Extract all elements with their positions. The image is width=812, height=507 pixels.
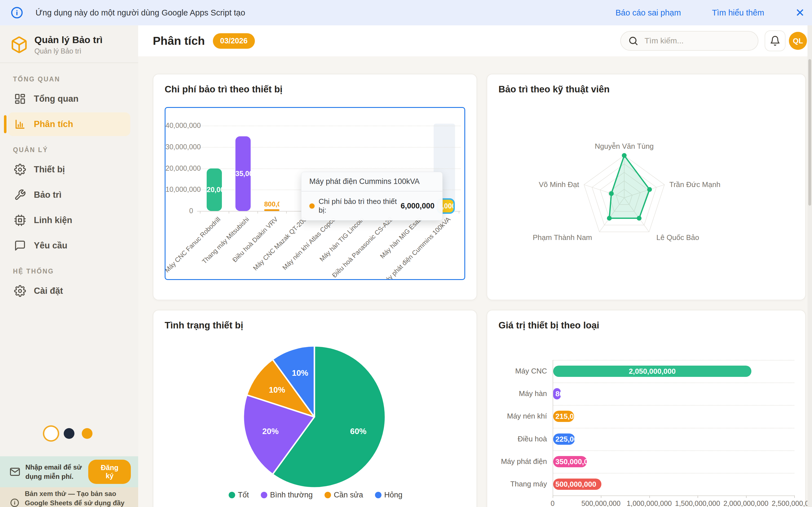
legend-item-Hỏng[interactable]: Hỏng [375,491,403,499]
gridline [553,496,794,496]
gridline [197,126,460,126]
sidebar-item-tong-quan[interactable]: Tổng quan [8,87,130,111]
legend-item-Tốt[interactable]: Tốt [229,491,249,499]
learn-more-link[interactable]: Tìm hiểu thêm [712,8,764,17]
category-label: Máy hàn [489,389,547,398]
x-axis-category-label: Máy nén khí Atlas Copco [281,216,337,272]
notifications-button[interactable] [765,31,785,51]
wrench-icon [14,189,26,201]
gridline [553,383,794,383]
search-input[interactable] [644,36,747,46]
x-axis-tick [746,496,747,498]
bar-value-label: 215,000,000 [553,411,574,422]
y-axis-tick-label: 10,000,000 [165,185,193,193]
chart-tooltip: Máy phát điện Cummins 100kVA Chi phí bảo… [301,172,443,221]
search-box[interactable] [620,31,758,51]
legend-item-Cần sửa[interactable]: Cần sửa [324,491,363,499]
hbar-6[interactable]: 500,000,000 [553,478,601,490]
radar-data-polygon [609,156,650,218]
page-scrollbar[interactable] [808,25,812,507]
report-abuse-link[interactable]: Báo cáo sai phạm [615,8,681,17]
x-axis-category-label: Thang máy Mitsubishi [201,216,251,265]
sidebar: Quản lý Bảo trì Quản lý Bảo trì TỔNG QUA… [0,25,138,507]
pie-slice-label: 60% [350,427,366,436]
legend-dot [324,492,331,498]
y-axis-tick-label: 30,000,000 [165,143,193,151]
sidebar-item-label: Cài đặt [34,286,63,296]
category-label: Máy phát điện [489,457,547,466]
banner-text: Ứng dụng này do một người dùng Google Ap… [36,8,245,17]
x-axis-category-label: Điều hoà Panasonic CS-A28 [331,216,395,279]
card-equipment-status: Tình trạng thiết bị 60%20%10%10% TốtBình… [153,310,477,507]
sidebar-item-label: Tổng quan [34,94,79,104]
analytics-icon [14,118,26,130]
hbar-2[interactable]: 80,000,000 [553,388,561,399]
radar-data-point [609,191,614,196]
tooltip-series-label: Chi phí bảo trì theo thiết bị: [319,197,397,215]
sidebar-item-phan-tich[interactable]: Phân tích [8,112,130,136]
hbar-5[interactable]: 350,000,000 [553,456,587,467]
legend-label: Tốt [238,491,249,499]
card-title: Tình trạng thiết bị [165,320,476,331]
hbar-3[interactable]: 215,000,000 [553,411,574,422]
close-icon[interactable]: ✕ [795,7,805,18]
technician-radar-chart[interactable]: Nguyễn Văn TùngTrần Đức MạnhLê Quốc BảoP… [487,108,805,283]
app-subtitle: Quản lý Bảo trì [35,47,103,55]
sidebar-item-cai-dat[interactable]: Cài đặt [8,279,130,303]
sidebar-nav: TỔNG QUANTổng quanPhân tíchQUẢN LÝThiết … [0,63,138,303]
sidebar-item-linh-kien[interactable]: Linh kiện [8,209,130,232]
bar-value-label: 500,000,000 [553,478,601,490]
card-equipment-value: Giá trị thiết bị theo loại Máy CNC2,050,… [487,310,806,507]
tooltip-title: Máy phát điện Cummins 100kVA [301,172,442,191]
tooltip-value: 6,000,000 [401,202,435,210]
legend-label: Cần sửa [334,491,363,499]
signup-button[interactable]: Đăng ký [88,460,131,484]
bell-icon [770,36,780,46]
scrollbar-thumb[interactable] [808,59,811,206]
category-label: Máy nén khí [489,412,547,420]
bar-1[interactable]: 20,000,000 [207,168,222,211]
series-dot [309,203,315,209]
x-axis-tick [257,211,258,214]
sidebar-item-label: Bảo trì [34,190,61,200]
theme-dot-dark[interactable] [64,428,74,439]
pie-legend: TốtBình thườngCần sửaHỏng [153,491,477,499]
hbar-4[interactable]: 225,000,000 [553,434,575,445]
value-bar-chart[interactable]: Máy CNC2,050,000,000Máy hàn80,000,000Máy… [487,311,805,507]
legend-dot [375,492,382,498]
radar-category-label: Võ Minh Đạt [539,180,579,189]
x-axis-tick [286,211,287,214]
bar-3[interactable] [264,209,280,211]
theme-dot-light[interactable] [46,428,56,439]
trial-note: Bản xem thử — Tạo bản sao Google Sheets … [0,487,138,507]
avatar[interactable]: QL [789,32,807,50]
x-axis-category-label: Máy CNC Mazak QT-200 [252,216,308,272]
sidebar-item-bao-tri[interactable]: Bảo trì [8,183,130,207]
radar-category-label: Nguyễn Văn Tùng [595,142,654,151]
bar-value-label: 35,000,000 [236,170,251,178]
mail-icon [10,466,20,477]
category-label: Thang máy [489,480,547,489]
app-title: Quản lý Bảo trì [35,34,103,45]
sidebar-item-yeu-cau[interactable]: Yêu cầu [8,234,130,258]
pie-slice-label: 10% [292,369,308,378]
sidebar-item-label: Phân tích [34,119,73,129]
bar-2[interactable]: 35,000,000 [236,136,251,211]
chat-icon [14,240,26,251]
sidebar-item-thiet-bi[interactable]: Thiết bị [8,158,130,181]
box-icon [10,36,28,54]
legend-item-Bình thường[interactable]: Bình thường [261,491,313,499]
y-axis-tick-label: 40,000,000 [165,121,193,129]
bar-value-label: 20,000,000 [207,186,222,194]
y-axis-line [553,360,553,496]
nav-section-label: HỆ THỐNG [13,268,138,275]
bar-value-label: 225,000,000 [553,434,575,445]
radar-data-point [622,153,627,158]
hbar-1[interactable]: 2,050,000,000 [553,365,751,377]
avatar-initials: QL [793,37,803,45]
x-axis-tick [649,496,650,498]
gridline [553,473,794,473]
status-pie-chart[interactable]: 60%20%10%10% [153,335,476,490]
category-label: Máy CNC [489,367,547,376]
theme-dot-orange[interactable] [82,428,93,439]
